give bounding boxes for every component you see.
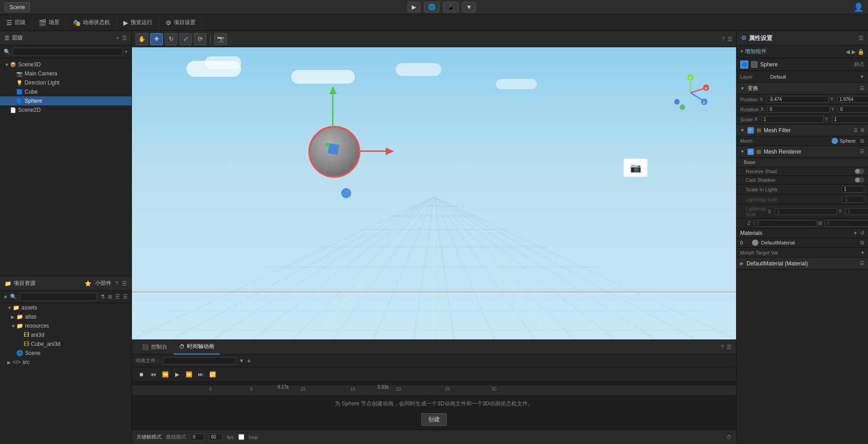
camera-object-3d[interactable]: 📷 xyxy=(624,159,647,177)
tool-move[interactable]: ✚ xyxy=(150,33,163,45)
default-material-section-header[interactable]: ▶ DefaultMaterial (Material) ☰ xyxy=(737,258,868,269)
tool-rotate[interactable]: ↻ xyxy=(165,33,177,45)
mat-edit-icon[interactable]: ⧉ xyxy=(860,239,864,246)
asset-item-scene[interactable]: 🌐 Scene xyxy=(0,349,131,358)
lock-icon[interactable]: 🔒 xyxy=(858,49,864,55)
mesh-filter-check[interactable]: ✓ xyxy=(747,127,754,134)
menu-settings[interactable]: ⚙ 项目设置 xyxy=(159,15,202,30)
keyframe-mode-label[interactable]: 关键帧模式 xyxy=(136,434,161,440)
btn-play[interactable]: ▶ xyxy=(172,369,182,379)
hierarchy-search-input[interactable] xyxy=(12,48,123,56)
gizmo[interactable]: Y X Z xyxy=(672,75,709,111)
ls-w-input[interactable] xyxy=(825,220,868,227)
scale-x-input[interactable] xyxy=(762,116,824,123)
help-icon[interactable]: ? xyxy=(722,36,725,42)
assets-add-icon[interactable]: + xyxy=(4,293,7,300)
ls-z-input[interactable] xyxy=(754,220,817,227)
ls-y-input[interactable] xyxy=(845,208,868,215)
prop-menu-icon[interactable]: ☰ xyxy=(858,35,863,41)
asset-item-assets[interactable]: ▼ 📁 assets xyxy=(0,303,131,312)
menu-scene[interactable]: 🎬 场景 xyxy=(32,15,66,30)
btn-loop[interactable]: 🔁 xyxy=(207,369,217,379)
materials-add-btn[interactable]: + xyxy=(854,230,857,236)
scale-lightmap-input[interactable] xyxy=(842,186,864,193)
anim-file-input[interactable] xyxy=(163,357,236,364)
anim-menu-icon[interactable]: ☰ xyxy=(727,344,732,350)
transform-section-header[interactable]: ▼ 变换 ☰ xyxy=(737,83,868,95)
footer-frame-input[interactable] xyxy=(209,434,222,440)
tree-item-main-camera[interactable]: 📷 Main Camera xyxy=(0,69,131,78)
assets-list-icon[interactable]: ☰ xyxy=(115,294,120,300)
tree-item-direction-light[interactable]: 💡 Direction Light xyxy=(0,78,131,87)
menu-hierarchy[interactable]: ☰ 层级 xyxy=(0,15,32,30)
ls-x-input[interactable] xyxy=(775,208,837,215)
menu-animation-state[interactable]: 🎭 动画状态机 xyxy=(66,15,117,30)
rot-x-input[interactable] xyxy=(767,106,830,113)
mesh-filter-section-header[interactable]: ▼ ✓ ⊞ Mesh Filter ☰ ⧉ xyxy=(737,125,868,136)
add-node-icon[interactable]: + xyxy=(125,49,128,55)
assets-search-input[interactable] xyxy=(20,293,97,301)
assets-menu-icon[interactable]: ☰ xyxy=(122,280,127,287)
tab-console[interactable]: ⬛ 控制台 xyxy=(136,340,173,354)
scene-menu-icon[interactable]: ☰ xyxy=(727,36,732,42)
tab-timeline[interactable]: ⏱ 时间轴动画 xyxy=(174,340,220,354)
tree-item-cube[interactable]: 🟦 Cube xyxy=(0,87,131,96)
btn-record[interactable]: ⏺ xyxy=(136,369,146,379)
mobile-button[interactable]: 📱 xyxy=(443,2,459,12)
layer-dropdown-icon[interactable]: ▼ xyxy=(860,74,864,79)
btn-end[interactable]: ⏭ xyxy=(196,369,206,379)
footer-time-input[interactable] xyxy=(191,434,204,440)
assets-more-icon[interactable]: ☰ xyxy=(123,294,128,300)
anim-help-icon[interactable]: ? xyxy=(721,344,724,350)
materials-refresh-icon[interactable]: ↺ xyxy=(860,230,864,236)
lightmap-index-input[interactable] xyxy=(842,196,864,203)
rot-y-input[interactable] xyxy=(838,106,868,113)
nav-prev-btn[interactable]: ◀ xyxy=(846,49,850,55)
asset-item-resources[interactable]: ▼ 📁 resources xyxy=(0,321,131,330)
add-component-button[interactable]: + 增加组件 xyxy=(740,48,767,55)
anim-create-button[interactable]: 创建 xyxy=(421,413,447,426)
mesh-filter-menu[interactable]: ☰ xyxy=(853,127,858,133)
btn-next-frame[interactable]: ⏩ xyxy=(184,369,194,379)
mesh-filter-copy-icon[interactable]: ⧉ xyxy=(861,127,864,133)
asset-item-atlas[interactable]: ▶ 📁 atlas xyxy=(0,312,131,321)
tool-camera[interactable]: 📷 xyxy=(214,33,227,45)
play-button[interactable]: ▶ xyxy=(408,2,420,12)
scene-viewport[interactable]: 📷 Y X Z xyxy=(132,47,736,339)
tree-item-sphere[interactable]: 🔵 Sphere xyxy=(0,96,131,105)
mesh-renderer-section-header[interactable]: ▼ ✓ ⊞ Mesh Renderer ☰ xyxy=(737,146,868,158)
user-icon[interactable]: 👤 xyxy=(853,2,863,12)
globe-button[interactable]: 🌐 xyxy=(424,2,439,12)
morph-add-btn[interactable]: + xyxy=(861,249,864,256)
loop-checkbox[interactable] xyxy=(238,434,244,440)
assets-filter-icon[interactable]: ⚗ xyxy=(100,294,105,300)
object-active-checkbox[interactable] xyxy=(751,61,757,68)
sphere-object[interactable] xyxy=(309,127,359,177)
default-material-menu[interactable]: ☰ xyxy=(860,260,864,266)
assets-grid-icon[interactable]: ⊞ xyxy=(108,294,112,300)
curve-mode-label[interactable]: 曲线模式 xyxy=(166,434,186,440)
tool-scale[interactable]: ⤢ xyxy=(179,33,192,45)
asset-item-cube-ani3d[interactable]: 🎞 Cube_ani3d xyxy=(0,339,131,349)
mesh-renderer-menu[interactable]: ☰ xyxy=(860,149,864,155)
footer-clock-icon[interactable]: ⏱ xyxy=(727,434,732,440)
anim-file-dropdown[interactable]: ▼ xyxy=(239,358,244,364)
btn-prev-frame[interactable]: ⏪ xyxy=(160,369,170,379)
btn-start[interactable]: ⏮ xyxy=(148,369,158,379)
mesh-edit-icon[interactable]: ⧉ xyxy=(860,138,864,144)
mesh-renderer-check[interactable]: ✓ xyxy=(747,149,754,155)
cast-shadow-toggle[interactable] xyxy=(854,177,864,183)
menu-preview[interactable]: ▶ 预览运行 xyxy=(117,15,159,30)
receive-shadow-toggle[interactable] xyxy=(854,169,864,174)
asset-item-src[interactable]: ▶ </> src xyxy=(0,358,131,367)
hierarchy-add-icon[interactable]: + xyxy=(116,35,119,41)
scale-y-input[interactable] xyxy=(832,116,868,123)
tool-transform[interactable]: ⟳ xyxy=(194,33,207,45)
pos-y-input[interactable] xyxy=(837,96,868,103)
transform-menu[interactable]: ☰ xyxy=(860,85,864,91)
tree-item-scene3d[interactable]: ▼ 📦 Scene3D xyxy=(0,60,131,69)
tool-hand[interactable]: ✋ xyxy=(136,33,148,45)
tree-item-scene2d[interactable]: 📄 Scene2D xyxy=(0,105,131,115)
assets-help-icon[interactable]: ? xyxy=(115,280,118,287)
nav-next-btn[interactable]: ▶ xyxy=(852,49,856,55)
